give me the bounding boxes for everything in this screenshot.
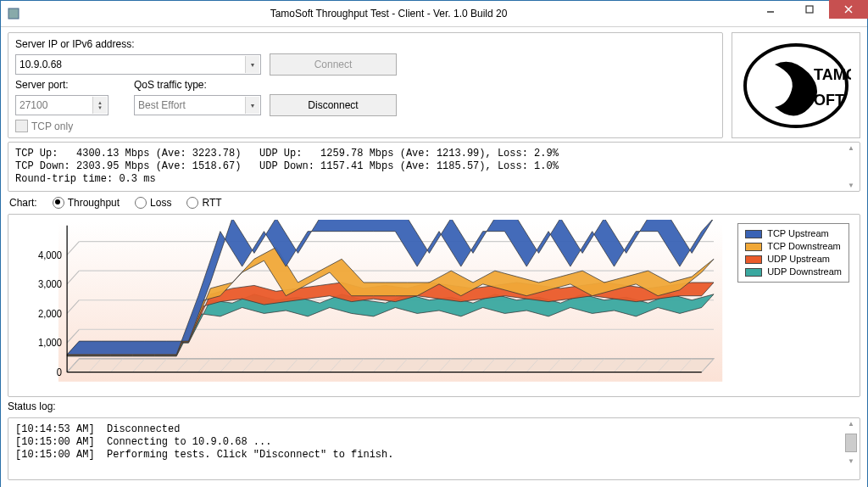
- legend-swatch: [745, 255, 762, 264]
- status-log-panel: [10:14:53 AM] Disconnected [10:15:00 AM]…: [8, 417, 860, 480]
- server-port-label: Server port:: [15, 79, 125, 91]
- svg-text:TAMO: TAMO: [814, 66, 851, 83]
- server-ip-label: Server IP or IPv6 address:: [15, 38, 261, 50]
- tcp-only-label: TCP only: [31, 120, 73, 132]
- svg-rect-0: [8, 8, 19, 19]
- status-log-text: [10:14:53 AM] Disconnected [10:15:00 AM]…: [15, 423, 853, 462]
- svg-marker-24: [67, 359, 714, 372]
- chevron-down-icon[interactable]: ▼: [245, 56, 259, 73]
- tcp-only-checkbox[interactable]: TCP only: [15, 120, 397, 132]
- svg-text:3,000: 3,000: [38, 278, 62, 290]
- spinner-icon[interactable]: ▲▼: [92, 97, 107, 114]
- svg-text:1,000: 1,000: [38, 337, 62, 349]
- connection-panel: Server IP or IPv6 address: 10.9.0.68 ▼ C…: [8, 32, 723, 138]
- radio-dot-icon: [135, 197, 147, 209]
- svg-text:0: 0: [57, 367, 63, 378]
- chart-legend: TCP Upstream TCP Downstream UDP Upstream…: [737, 223, 849, 283]
- radio-rtt[interactable]: RTT: [186, 197, 221, 209]
- tamosoft-logo: TAMO OFT: [732, 32, 860, 138]
- chart-panel: 01,0002,0003,0004,000 TCP Upstream TCP D…: [8, 214, 860, 397]
- disconnect-button[interactable]: Disconnect: [270, 94, 397, 116]
- close-button[interactable]: [829, 0, 868, 19]
- server-ip-input[interactable]: 10.9.0.68 ▼: [15, 54, 261, 75]
- chart-label: Chart:: [9, 197, 37, 209]
- svg-text:OFT: OFT: [814, 92, 844, 109]
- radio-dot-icon: [186, 197, 198, 209]
- checkbox-icon: [15, 120, 28, 132]
- server-port-input[interactable]: 27100 ▲▼: [15, 95, 108, 115]
- legend-swatch: [745, 268, 762, 277]
- qos-value: Best Effort: [138, 99, 186, 111]
- connect-button: Connect: [270, 53, 397, 76]
- title-bar[interactable]: TamoSoft Throughput Test - Client - Ver.…: [1, 1, 867, 27]
- server-port-value: 27100: [19, 99, 47, 111]
- minimize-button[interactable]: [751, 0, 790, 19]
- stats-panel: TCP Up: 4300.13 Mbps (Ave: 3223.78) UDP …: [8, 142, 860, 192]
- maximize-button[interactable]: [790, 0, 829, 19]
- status-log-label: Status log:: [8, 400, 860, 412]
- radio-throughput[interactable]: Throughput: [53, 197, 120, 209]
- legend-swatch: [745, 243, 762, 251]
- legend-swatch: [745, 230, 762, 238]
- qos-label: QoS traffic type:: [134, 79, 261, 91]
- qos-select[interactable]: Best Effort ▼: [134, 95, 261, 115]
- chevron-down-icon[interactable]: ▼: [245, 97, 259, 114]
- window-title: TamoSoft Throughput Test - Client - Ver.…: [26, 8, 751, 20]
- svg-text:4,000: 4,000: [38, 249, 62, 260]
- chart-type-radio-group: Chart: Throughput Loss RTT: [8, 195, 860, 210]
- svg-rect-2: [806, 6, 813, 13]
- server-ip-value: 10.9.0.68: [19, 59, 62, 70]
- app-window: TamoSoft Throughput Test - Client - Ver.…: [0, 0, 868, 487]
- scrollbar[interactable]: ▲▼: [844, 420, 858, 465]
- throughput-chart: 01,0002,0003,0004,000: [15, 220, 853, 391]
- scrollbar[interactable]: ▲▼: [844, 144, 858, 189]
- radio-dot-icon: [53, 197, 64, 209]
- app-icon: [1, 8, 26, 20]
- stats-text: TCP Up: 4300.13 Mbps (Ave: 3223.78) UDP …: [15, 148, 853, 186]
- svg-text:2,000: 2,000: [38, 307, 62, 319]
- radio-loss[interactable]: Loss: [135, 197, 171, 209]
